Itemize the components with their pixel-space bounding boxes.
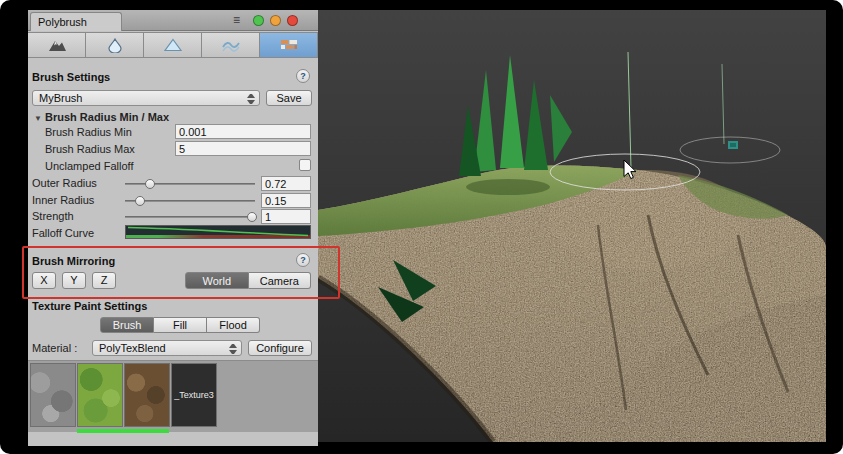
window-titlebar: Polybrush ≡ (28, 10, 318, 31)
inner-radius-slider[interactable] (125, 200, 255, 202)
polybrush-tab[interactable]: Polybrush (30, 12, 122, 31)
material-dropdown[interactable]: PolyTexBlend (92, 340, 242, 356)
material-label: Material : (32, 341, 77, 355)
app-frame: Polybrush ≡ Brush Settings ? (0, 0, 843, 454)
save-button[interactable]: Save (266, 90, 312, 106)
falloff-curve-label: Falloff Curve (32, 226, 94, 240)
mirror-z-button[interactable]: Z (92, 272, 116, 289)
outer-radius-field[interactable] (261, 176, 311, 191)
prefab-gizmo (728, 141, 738, 149)
mirror-space-toggle: World Camera (185, 272, 311, 289)
tab-fill[interactable]: Fill (154, 317, 207, 333)
inner-radius-field[interactable] (261, 193, 311, 208)
mode-color-button[interactable] (144, 33, 202, 57)
brush-preset-value: MyBrush (39, 92, 82, 104)
mode-toolbar (28, 32, 318, 58)
wave-icon (221, 37, 241, 53)
texture-loading-bar (77, 429, 169, 433)
brush-settings-help-icon[interactable]: ? (296, 69, 310, 83)
mirror-world-button[interactable]: World (185, 272, 249, 289)
mode-texture-button[interactable] (260, 33, 318, 57)
strength-knob[interactable] (247, 212, 257, 222)
paint-mode-tabs: Brush Fill Flood (100, 317, 260, 333)
texture-palette: _Texture3 (28, 360, 318, 432)
inner-radius-label: Inner Radius (32, 193, 94, 207)
texture-swatch-stone[interactable] (30, 363, 76, 427)
falloff-curve-widget[interactable] (125, 225, 311, 239)
mode-prefab-button[interactable] (202, 33, 260, 57)
strength-label: Strength (32, 209, 74, 223)
dropdown-arrows-icon (247, 94, 255, 104)
unclamped-falloff-checkbox[interactable] (299, 159, 311, 171)
brush-settings-title: Brush Settings (32, 71, 110, 83)
configure-button[interactable]: Configure (248, 340, 312, 356)
radius-min-field[interactable] (175, 124, 311, 139)
scene-view[interactable] (318, 10, 826, 442)
strength-slider[interactable] (125, 216, 255, 218)
brush-mirroring-help-icon[interactable]: ? (296, 253, 310, 267)
window-minimize-icon[interactable] (253, 15, 264, 26)
window-menu-icon[interactable]: ≡ (233, 13, 240, 27)
radius-foldout-label: Brush Radius Min / Max (45, 111, 169, 123)
strength-field[interactable] (261, 209, 311, 224)
window-close-icon[interactable] (287, 15, 298, 26)
tab-brush[interactable]: Brush (100, 317, 154, 333)
bricks-icon (279, 37, 299, 53)
inner-radius-knob[interactable] (135, 196, 145, 206)
radius-max-label: Brush Radius Max (45, 142, 135, 156)
radius-max-field[interactable] (175, 141, 311, 156)
prism-icon (163, 37, 183, 53)
mode-sculpt-button[interactable] (28, 33, 86, 57)
brush-preset-dropdown[interactable]: MyBrush (32, 90, 260, 106)
mirror-camera-button[interactable]: Camera (249, 272, 312, 289)
radius-foldout[interactable]: ▼ Brush Radius Min / Max (34, 110, 169, 124)
outer-radius-label: Outer Radius (32, 176, 97, 190)
unclamped-falloff-label: Unclamped Falloff (45, 159, 133, 173)
outer-radius-slider[interactable] (125, 183, 255, 185)
texture-swatch-grass[interactable] (77, 363, 123, 427)
scene-render (318, 10, 826, 442)
mode-smooth-button[interactable] (86, 33, 144, 57)
texture-swatch-texture3[interactable]: _Texture3 (171, 363, 217, 427)
texture-paint-title: Texture Paint Settings (32, 300, 147, 312)
radius-min-label: Brush Radius Min (45, 125, 132, 139)
dropdown-arrows-icon (229, 344, 237, 354)
material-value: PolyTexBlend (99, 342, 166, 354)
mountain-icon (47, 37, 67, 53)
polybrush-panel: Polybrush ≡ Brush Settings ? (28, 10, 318, 446)
texture3-label: _Texture3 (174, 390, 214, 400)
droplet-icon (105, 37, 125, 53)
foldout-triangle-icon: ▼ (34, 114, 42, 123)
window-maximize-icon[interactable] (270, 15, 281, 26)
outer-radius-knob[interactable] (145, 179, 155, 189)
mirror-x-button[interactable]: X (32, 272, 56, 289)
mirror-y-button[interactable]: Y (62, 272, 86, 289)
brush-mirroring-title: Brush Mirroring (32, 255, 115, 267)
texture-swatch-dirt[interactable] (124, 363, 170, 427)
tab-flood[interactable]: Flood (207, 317, 260, 333)
falloff-curve-icon (126, 226, 310, 238)
